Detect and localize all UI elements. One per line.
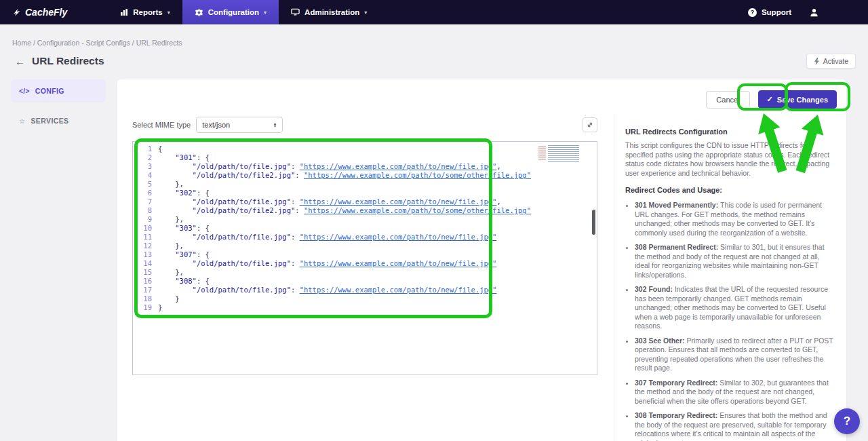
nav-reports-label: Reports xyxy=(133,8,162,16)
nav-support[interactable]: ? Support xyxy=(748,8,791,17)
minimap-red-marks xyxy=(538,147,546,161)
nav-administration-label: Administration xyxy=(304,8,359,16)
line-number: 9 xyxy=(133,215,152,224)
card-body: Select MIME type text/json ▲▼ 1{2 "301":… xyxy=(117,114,846,441)
breadcrumb: Home / Configuration - Script Configs / … xyxy=(12,39,868,47)
brand-name: CacheFly xyxy=(25,7,67,18)
activate-label: Activate xyxy=(823,57,848,65)
code-line: 11 "/old/path/to/file.jpg": "https://www… xyxy=(133,233,597,242)
docs-panel: URL Redirects Configuration This script … xyxy=(614,114,846,441)
code-line: 9 }, xyxy=(133,215,597,224)
nav-configuration[interactable]: Configuration ▾ xyxy=(182,0,279,24)
mime-type-value: text/json xyxy=(202,121,230,129)
docs-title: URL Redirects Configuration xyxy=(625,128,834,136)
mime-type-label: Select MIME type xyxy=(132,121,191,129)
title-row: ← URL Redirects Activate xyxy=(15,54,856,69)
line-number: 3 xyxy=(133,162,152,171)
line-number: 6 xyxy=(133,189,152,197)
line-number: 16 xyxy=(133,277,152,286)
breadcrumb-script-configs[interactable]: Configuration - Script Configs xyxy=(37,39,130,47)
monitor-icon xyxy=(291,8,300,16)
line-number: 14 xyxy=(133,259,152,268)
code-line: 12 }, xyxy=(133,242,597,250)
nav-administration[interactable]: Administration ▾ xyxy=(279,0,379,24)
line-number: 1 xyxy=(133,145,152,153)
back-arrow-icon[interactable]: ← xyxy=(15,56,25,67)
brand-logo[interactable]: CacheFly xyxy=(0,0,79,24)
help-button[interactable]: ? xyxy=(834,408,860,434)
sidebar-item-services[interactable]: ☆ SERVICES xyxy=(11,109,106,132)
docs-bullet: 302 Found: Indicates that the URL of the… xyxy=(635,285,834,331)
nav-reports[interactable]: Reports ▾ xyxy=(108,0,182,24)
line-number: 5 xyxy=(133,180,152,189)
line-number: 10 xyxy=(133,224,152,233)
code-icon: </> xyxy=(19,88,30,95)
line-number: 17 xyxy=(133,286,152,294)
minimap-blue-marks xyxy=(548,145,579,162)
expand-icon xyxy=(586,121,594,129)
line-number: 7 xyxy=(133,197,152,206)
sidebar-services-label: SERVICES xyxy=(31,117,68,125)
code-line: 15 }, xyxy=(133,268,597,277)
user-menu[interactable] xyxy=(809,7,819,18)
editor-toolbar: Select MIME type text/json ▲▼ xyxy=(132,117,597,133)
line-number: 8 xyxy=(133,206,152,215)
cancel-label: Cancel xyxy=(716,96,739,104)
line-number: 11 xyxy=(133,233,152,242)
code-line: 1{ xyxy=(133,145,597,153)
docs-intro: This script configures the CDN to issue … xyxy=(625,141,834,178)
breadcrumb-current: URL Redirects xyxy=(136,39,182,47)
star-icon: ☆ xyxy=(19,117,25,125)
code-line: 3 "/old/path/to/file.jpg": "https://www.… xyxy=(133,162,597,171)
sidebar: </> CONFIG ☆ SERVICES xyxy=(11,79,106,139)
sidebar-item-config[interactable]: </> CONFIG xyxy=(11,79,106,102)
activate-button[interactable]: Activate xyxy=(806,54,856,69)
code-line: 2 "301": { xyxy=(133,153,597,162)
nav-right: ? Support xyxy=(748,0,868,24)
save-label: Save Changes xyxy=(777,96,828,104)
line-number: 12 xyxy=(133,242,152,250)
docs-bullet: 307 Temporary Redirect: Similar to 302, … xyxy=(635,379,834,406)
code-line: 5 }, xyxy=(133,180,597,189)
code-line: 19} xyxy=(133,303,597,312)
nav-support-label: Support xyxy=(762,8,791,16)
line-number: 15 xyxy=(133,268,152,277)
content: </> CONFIG ☆ SERVICES Cancel ✓ Save Chan… xyxy=(0,79,868,441)
chevron-down-icon: ▾ xyxy=(364,9,367,16)
save-changes-button[interactable]: ✓ Save Changes xyxy=(758,90,837,109)
code-lines: 1{2 "301": {3 "/old/path/to/file.jpg": "… xyxy=(133,145,597,312)
code-line: 6 "302": { xyxy=(133,189,597,197)
docs-bullet-list: 301 Moved Permanently: This code is used… xyxy=(625,201,834,441)
docs-usage-heading: Redirect Codes and Usage: xyxy=(625,186,834,194)
page-title: URL Redirects xyxy=(32,55,104,67)
code-line: 8 "/old/path/to/file2.jpg": "https://www… xyxy=(133,206,597,215)
editor-scrollbar-thumb[interactable] xyxy=(592,210,595,235)
select-carets-icon: ▲▼ xyxy=(273,122,277,128)
actions-row: Cancel ✓ Save Changes xyxy=(117,79,846,114)
line-number: 19 xyxy=(133,303,152,312)
gear-icon xyxy=(195,8,203,17)
docs-bullet: 303 See Other: Primarily used to redirec… xyxy=(635,337,834,373)
docs-bullet: 308 Temporary Redirect: Ensures that bot… xyxy=(635,411,834,441)
nav-configuration-label: Configuration xyxy=(208,8,259,16)
cachefly-bolt-icon xyxy=(12,7,21,17)
line-number: 13 xyxy=(133,250,152,259)
line-number: 18 xyxy=(133,294,152,303)
breadcrumb-home[interactable]: Home xyxy=(12,39,31,47)
chevron-down-icon: ▾ xyxy=(167,9,170,16)
bolt-icon xyxy=(814,58,820,65)
code-editor[interactable]: 1{2 "301": {3 "/old/path/to/file.jpg": "… xyxy=(132,141,597,375)
code-line: 16 "308": { xyxy=(133,277,597,286)
primary-nav: Reports ▾ Configuration ▾ Administration… xyxy=(108,0,379,24)
expand-editor-button[interactable] xyxy=(583,117,597,132)
top-nav: CacheFly Reports ▾ Configuration ▾ Admin… xyxy=(0,0,868,24)
code-line: 4 "/old/path/to/file2.jpg": "https://www… xyxy=(133,171,597,180)
chevron-down-icon: ▾ xyxy=(264,9,267,16)
mime-type-select[interactable]: text/json ▲▼ xyxy=(196,117,283,133)
cancel-button[interactable]: Cancel xyxy=(706,91,749,109)
code-line: 17 "/old/path/to/file.jpg": "https://www… xyxy=(133,286,597,294)
docs-bullet: 308 Permanent Redirect: Similar to 301, … xyxy=(635,243,834,280)
check-icon: ✓ xyxy=(767,95,773,104)
code-line: 13 "307": { xyxy=(133,250,597,259)
code-line: 18 } xyxy=(133,294,597,303)
